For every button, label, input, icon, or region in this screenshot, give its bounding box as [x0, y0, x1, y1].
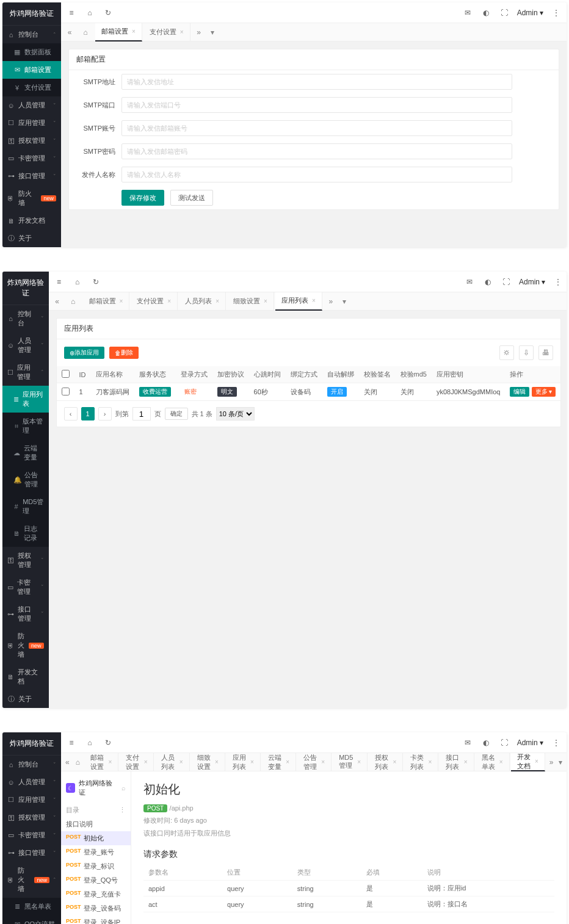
close-icon[interactable]: ×: [321, 759, 325, 765]
close-icon[interactable]: ×: [144, 759, 148, 765]
nav-sub-blacklist[interactable]: ≣黑名单表: [2, 898, 61, 915]
tab[interactable]: 邮箱设置×: [83, 292, 130, 311]
select-all-checkbox[interactable]: [62, 370, 70, 378]
user-menu[interactable]: Admin ▾: [517, 738, 543, 747]
theme-icon[interactable]: ◐: [482, 276, 493, 287]
close-icon[interactable]: ×: [179, 759, 183, 765]
nav-about[interactable]: ⓘ关于: [2, 690, 49, 708]
tabs-next-icon[interactable]: »: [325, 297, 337, 306]
nav-firewall[interactable]: ⛨防火墙new: [2, 185, 61, 212]
nav-api[interactable]: ⊶接口管理˅: [2, 844, 61, 862]
fullscreen-icon[interactable]: ⛶: [499, 737, 510, 748]
nav-docs[interactable]: 🗎开发文档: [2, 212, 61, 229]
msg-icon[interactable]: ✉: [464, 276, 475, 287]
smtp-acct-input[interactable]: [121, 120, 512, 136]
perpage-select[interactable]: 10 条/页: [216, 407, 255, 420]
doc-item[interactable]: POST登录_充值卡: [61, 887, 131, 901]
close-icon[interactable]: ×: [312, 297, 316, 304]
nav-docs[interactable]: 🗎开发文档: [2, 663, 49, 690]
doc-item[interactable]: POST登录_标识: [61, 859, 131, 873]
nav-card[interactable]: ▭卡密管理˅: [2, 150, 61, 167]
nav-card[interactable]: ▭卡密管理˅: [2, 574, 49, 601]
nav-sub-dashboard[interactable]: ▦数据面板: [2, 43, 61, 61]
export-icon[interactable]: ⇩: [519, 345, 534, 360]
nav-console[interactable]: ⌂控制台˅: [2, 755, 61, 773]
tab[interactable]: 应用列表×: [275, 292, 322, 311]
close-icon[interactable]: ×: [286, 759, 289, 765]
tab[interactable]: 授权列表×: [369, 753, 403, 771]
nav-console[interactable]: ⌂ 控制台 ˄: [2, 25, 61, 43]
tabs-menu-icon[interactable]: ▾: [556, 758, 564, 767]
tab[interactable]: 接口列表×: [440, 753, 474, 771]
tabs-prev-icon[interactable]: «: [51, 297, 63, 306]
tab[interactable]: 云端变量×: [262, 753, 296, 771]
nav-about[interactable]: ⓘ关于: [2, 229, 61, 247]
nav-sub-notice[interactable]: 🔔公告管理: [2, 466, 49, 493]
refresh-icon[interactable]: ↻: [90, 276, 101, 287]
tab[interactable]: 人员列表×: [155, 753, 189, 771]
nav-users[interactable]: ☺人员管理˅: [2, 96, 61, 114]
tab-home-icon[interactable]: ⌂: [77, 28, 94, 37]
nav-auth[interactable]: ⚿授权管理˅: [2, 132, 61, 150]
nav-sub-md5[interactable]: #MD5管理: [2, 493, 49, 520]
nav-firewall[interactable]: ⛨防火墙new: [2, 627, 49, 663]
close-icon[interactable]: ×: [216, 298, 219, 305]
tab[interactable]: 支付设置×: [120, 753, 154, 771]
nav-sub-version[interactable]: ⌗版本管理: [2, 413, 49, 439]
tab[interactable]: 黑名单表×: [476, 753, 510, 771]
more-button[interactable]: 更多 ▾: [532, 387, 556, 397]
search-icon[interactable]: ⌕: [121, 784, 126, 792]
msg-icon[interactable]: ✉: [462, 737, 473, 748]
tabs-next-icon[interactable]: »: [193, 28, 205, 37]
tab[interactable]: 人员列表×: [179, 292, 226, 311]
save-button[interactable]: 保存修改: [121, 190, 164, 206]
nav-auth[interactable]: ⚿授权管理˅: [2, 547, 49, 574]
refresh-icon[interactable]: ↻: [103, 7, 114, 18]
nav-console[interactable]: ⌂控制台˅: [2, 305, 49, 332]
page-next[interactable]: ›: [98, 407, 112, 420]
nav-app[interactable]: ☐应用管理˄: [2, 359, 49, 386]
tab[interactable]: 卡类列表×: [404, 753, 438, 771]
filter-icon[interactable]: ⛭: [499, 345, 514, 360]
close-icon[interactable]: ×: [215, 759, 219, 765]
page-go-button[interactable]: 确定: [165, 408, 188, 420]
doc-item[interactable]: POST登录_设备码: [61, 901, 131, 915]
nav-firewall[interactable]: ⛨防火墙new˄: [2, 862, 61, 898]
close-icon[interactable]: ×: [499, 759, 503, 765]
page-input[interactable]: [132, 407, 151, 420]
smtp-pwd-input[interactable]: [121, 143, 512, 159]
close-icon[interactable]: ×: [250, 759, 254, 765]
doc-item[interactable]: POST初始化: [61, 831, 131, 845]
fullscreen-icon[interactable]: ⛶: [501, 276, 512, 287]
tab[interactable]: 细致设置×: [227, 292, 274, 311]
menu-icon[interactable]: ≡: [66, 7, 77, 18]
close-icon[interactable]: ×: [120, 298, 123, 305]
nav-card[interactable]: ▭卡密管理˅: [2, 826, 61, 844]
nav-sub-qq[interactable]: ✉QQ交流群: [2, 915, 61, 924]
edit-button[interactable]: 编辑: [510, 387, 529, 397]
close-icon[interactable]: ×: [264, 298, 267, 305]
tabs-prev-icon[interactable]: «: [63, 758, 71, 767]
tab[interactable]: 支付设置×: [131, 292, 178, 311]
tab[interactable]: 细致设置×: [191, 753, 225, 771]
nav-sub-applist[interactable]: ≣应用列表: [2, 386, 49, 413]
home-icon[interactable]: ⌂: [84, 7, 95, 18]
smtp-addr-input[interactable]: [121, 74, 512, 90]
close-icon[interactable]: ×: [109, 759, 112, 765]
more-icon[interactable]: ⋮: [119, 806, 126, 814]
tab[interactable]: 开发文档×: [511, 753, 545, 771]
tab[interactable]: MD5管理×: [333, 753, 368, 771]
tab[interactable]: 应用列表×: [227, 753, 261, 771]
tab-mail[interactable]: 邮箱设置×: [95, 23, 142, 42]
menu-icon[interactable]: ≡: [54, 276, 65, 287]
close-icon[interactable]: ×: [393, 759, 396, 765]
tab[interactable]: 公告管理×: [297, 753, 332, 771]
nav-sub-cloudvar[interactable]: ☁云端变量: [2, 439, 49, 466]
close-icon[interactable]: ×: [132, 28, 136, 35]
home-icon[interactable]: ⌂: [72, 276, 83, 287]
user-menu[interactable]: Admin ▾: [517, 9, 543, 17]
close-icon[interactable]: ×: [357, 759, 361, 765]
nav-auth[interactable]: ⚿授权管理˅: [2, 809, 61, 826]
refresh-icon[interactable]: ↻: [103, 737, 114, 748]
delete-button[interactable]: 🗑 删除: [109, 347, 139, 359]
